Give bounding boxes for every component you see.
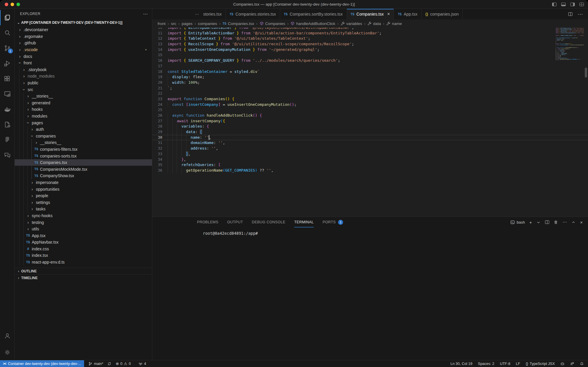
panel-tab-problems[interactable]: PROBLEMS (197, 217, 218, 227)
tree-item-companies[interactable]: ›companies (15, 133, 152, 140)
panel-tab-output[interactable]: OUTPUT (227, 217, 243, 227)
minimize-window-button[interactable] (11, 3, 14, 6)
tree-item-app-tsx[interactable]: TSApp.tsx (15, 232, 152, 239)
minimap[interactable]: import { WithTopBarContainer } from '@/u… (556, 28, 584, 60)
outline-section[interactable]: › OUTLINE (15, 268, 152, 274)
problems-indicator[interactable]: ⊗ 0 ⚠ 0 (116, 361, 131, 366)
activity-item-explorer[interactable] (0, 10, 15, 25)
breadcrumb-item-handleaddbuttonclick[interactable]: handleAddButtonClick (290, 21, 335, 26)
tree-item-auth[interactable]: ›auth (15, 126, 152, 133)
new-terminal-icon[interactable]: + (529, 220, 532, 225)
activity-item-source-control[interactable]: 1 (0, 41, 15, 56)
tree-item-react-app-env-d-ts[interactable]: TSreact-app-env.d.ts (15, 259, 152, 266)
tree-item-opportunities[interactable]: ›opportunities (15, 186, 152, 192)
activity-item-figma[interactable] (0, 132, 15, 148)
terminal-output[interactable]: root@0a42ecd84891:/app# (152, 227, 588, 236)
activity-item-run-and-debug[interactable] (0, 56, 15, 71)
tree-item-people[interactable]: ›people (15, 192, 152, 199)
tree-item-pages[interactable]: ›pages (15, 119, 152, 126)
notifications-button[interactable] (580, 362, 584, 366)
tree-item-companyshow-tsx[interactable]: TSCompanyShow.tsx (15, 172, 152, 179)
views-more-actions-icon[interactable]: ⋯ (143, 11, 148, 17)
tree-item-impersonate[interactable]: ›impersonate (15, 179, 152, 186)
tree-item-appnavbar-tsx[interactable]: TSAppNavbar.tsx (15, 239, 152, 246)
feedback-button[interactable] (570, 362, 574, 366)
close-tab-icon[interactable]: × (387, 11, 390, 17)
zoom-window-button[interactable] (16, 3, 20, 6)
cursor-position[interactable]: Ln 30, Col 19 (450, 362, 472, 366)
tree-item-generated[interactable]: ›generated (15, 100, 152, 106)
editor-more-actions-icon[interactable]: ⋯ (578, 11, 583, 17)
tree-item-companiesmockmode-tsx[interactable]: TSCompaniesMockMode.tsx (15, 166, 152, 172)
tree-item-companies-filters-tsx[interactable]: TScompanies-filters.tsx (15, 146, 152, 153)
panel-more-actions-icon[interactable]: ⋯ (562, 219, 567, 225)
activity-item-comments[interactable] (0, 148, 15, 163)
tree-item-modules[interactable]: ›modules (15, 113, 152, 120)
tab-companies-sortby-stories-tsx[interactable]: TSCompanies.sortBy.stories.tsx (280, 9, 347, 19)
split-terminal-icon[interactable] (545, 220, 549, 224)
tree-item-index-tsx[interactable]: TSindex.tsx (15, 252, 152, 259)
tree-item-vscode[interactable]: ›.vscode● (15, 46, 152, 53)
remote-indicator[interactable]: >< Container dev-twenty-dev (dev-twenty-… (0, 360, 84, 367)
tab-app-tsx[interactable]: TSApp.tsx (394, 9, 421, 19)
maximize-panel-icon[interactable] (571, 220, 576, 224)
tab-stories-tsx[interactable]: ⋯stories.tsx (152, 9, 226, 19)
close-panel-icon[interactable]: × (580, 220, 583, 225)
breadcrumb-item-companies-tsx[interactable]: TSCompanies.tsx (223, 21, 254, 26)
tree-item-stories[interactable]: ›__stories__ (15, 93, 152, 100)
panel-tab-debug-console[interactable]: DEBUG CONSOLE (252, 217, 285, 227)
panel-tab-terminal[interactable]: TERMINAL (294, 217, 314, 227)
tree-item-storybook[interactable]: ›.storybook (15, 66, 152, 73)
breadcrumb-item-pages[interactable]: pages (182, 21, 193, 26)
tree-item-utils[interactable]: ›utils (15, 226, 152, 232)
tree-item-stories[interactable]: ›__stories__ (15, 139, 152, 146)
tree-item-companies-sorts-tsx[interactable]: TScompanies-sorts.tsx (15, 153, 152, 159)
timeline-section[interactable]: › TIMELINE (15, 274, 152, 281)
tree-item-github[interactable]: ›.github (15, 40, 152, 46)
activity-item-search[interactable] (0, 25, 15, 41)
split-editor-icon[interactable] (568, 12, 572, 16)
tab-companies-stories-tsx[interactable]: TSCompanies.stories.tsx (226, 9, 280, 19)
activity-item-remote-explorer[interactable] (0, 86, 15, 102)
editor-scrollbar[interactable] (585, 68, 587, 78)
activity-item-accounts[interactable] (0, 328, 15, 343)
code-editor[interactable]: 10import { WithTopBarContainer } from '@… (152, 28, 588, 217)
tree-item-index-css[interactable]: #index.css (15, 246, 152, 252)
tree-item-companies-tsx[interactable]: TSCompanies.tsx (15, 159, 152, 166)
close-window-button[interactable] (5, 3, 8, 6)
tree-item-front[interactable]: ›front (15, 60, 152, 66)
tab-companies-tsx[interactable]: TSCompanies.tsx× (347, 9, 394, 19)
tree-item-hooks[interactable]: ›hooks (15, 106, 152, 113)
terminal-shell-picker[interactable]: bash (510, 220, 525, 224)
sync-changes-button[interactable] (107, 362, 111, 366)
activity-item-settings[interactable] (0, 345, 15, 360)
tree-item-testing[interactable]: ›testing (15, 219, 152, 226)
breadcrumb-item-src[interactable]: src (171, 21, 176, 26)
tree-item-sync-hooks[interactable]: ›sync-hooks (15, 212, 152, 219)
tree-item-docs[interactable]: ›docs (15, 53, 152, 60)
breadcrumb-item-variables[interactable]: variables (341, 21, 362, 26)
tree-item-settings[interactable]: ›settings (15, 199, 152, 206)
tree-item-ergomake[interactable]: ›.ergomake (15, 33, 152, 40)
breadcrumb-item-name[interactable]: name (386, 21, 402, 26)
toggle-sidebar-icon[interactable] (552, 3, 557, 6)
indentation-setting[interactable]: Spaces: 2 (478, 362, 495, 366)
breadcrumb-item-companies[interactable]: Companies (260, 21, 285, 26)
terminal-dropdown-icon[interactable] (536, 220, 541, 224)
tree-item-devcontainer[interactable]: ›.devcontainer (15, 26, 152, 33)
copilot-status[interactable] (560, 362, 564, 366)
activity-item-docker[interactable] (0, 102, 15, 117)
kill-terminal-icon[interactable] (554, 220, 558, 224)
tree-item-src[interactable]: ›src (15, 86, 152, 93)
tree-item-tasks[interactable]: ›tasks (15, 206, 152, 212)
breadcrumb-item-front[interactable]: front (158, 21, 166, 26)
activity-item-task-runner[interactable] (0, 117, 15, 132)
tree-item-public[interactable]: ›public (15, 80, 152, 86)
tree-item-node-modules[interactable]: ›node_modules (15, 73, 152, 80)
customize-layout-icon[interactable] (579, 3, 584, 6)
eol-setting[interactable]: LF (516, 362, 520, 366)
toggle-panel-icon[interactable] (561, 3, 566, 6)
branch-indicator[interactable]: main* (88, 362, 103, 366)
ports-indicator[interactable]: 4 (138, 362, 146, 366)
tab-companies-json[interactable]: {}companies.json (422, 9, 463, 19)
